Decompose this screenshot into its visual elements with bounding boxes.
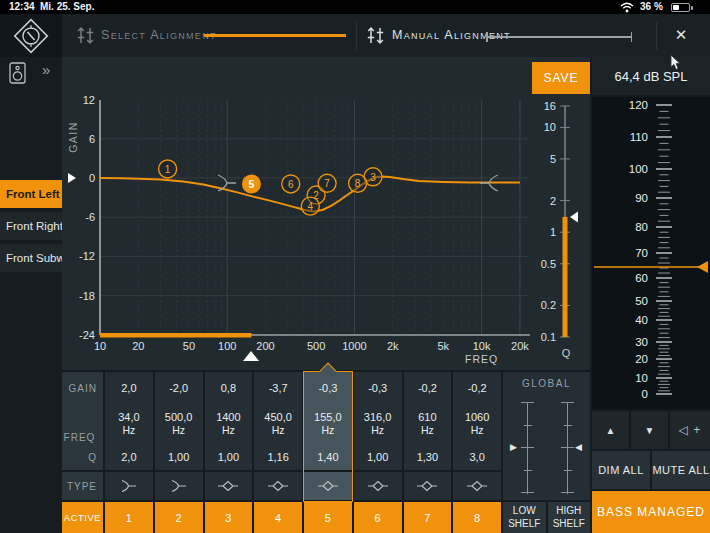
channel-front-right[interactable]: Front Right (0, 212, 62, 240)
level-meter[interactable]: 1201101009080706050403020100 (592, 97, 710, 409)
slider-pointer-right-icon[interactable]: ▶ (510, 442, 517, 452)
band-freq-value[interactable]: 500,0Hz (155, 404, 203, 444)
eq-chart-svg[interactable]: 1260-6-12-18-2410205010020050010002k5k10… (62, 57, 590, 370)
q-slider[interactable] (563, 217, 568, 337)
band-freq-value[interactable]: 450,0Hz (254, 404, 302, 444)
band-freq-value[interactable]: 34,0Hz (105, 404, 153, 444)
band-freq-value[interactable]: 1400Hz (205, 404, 253, 444)
expand-sidebar-icon[interactable]: » (42, 61, 49, 78)
band-freq-value[interactable]: 610Hz (404, 404, 452, 444)
close-button[interactable]: ✕ (664, 20, 698, 50)
filter-type-icon (414, 478, 440, 494)
channel-front-left[interactable]: Front Left (0, 180, 62, 208)
filter-type-icon (166, 478, 192, 494)
select-alignment-slider[interactable] (204, 34, 346, 37)
band-gain-value[interactable]: 0,8 (205, 372, 253, 404)
band-gain-value[interactable]: -0,2 (453, 372, 501, 404)
band-gain-value[interactable]: 2,0 (105, 372, 153, 404)
band-freq-value[interactable]: 1060Hz (453, 404, 501, 444)
slider-tick (564, 470, 572, 471)
bass-managed-button[interactable]: BASS MANAGED (592, 491, 710, 533)
band-q-value[interactable]: 1,00 (354, 444, 402, 470)
band-1-active-button[interactable]: 1 (105, 502, 153, 533)
band-6-type[interactable] (354, 472, 402, 500)
band-2-values[interactable]: -2,0 500,0Hz 1,00 (155, 372, 203, 470)
band-2-type[interactable] (155, 472, 203, 500)
select-alignment-label: Select Alignment (101, 28, 217, 42)
svg-text:-24: -24 (79, 329, 95, 341)
svg-text:0.1: 0.1 (541, 331, 556, 343)
svg-text:1: 1 (550, 226, 556, 238)
filter-type-icon (265, 478, 291, 494)
band-q-value[interactable]: 1,00 (205, 444, 253, 470)
band-8-type[interactable] (453, 472, 501, 500)
filter-type-icon (315, 478, 341, 494)
wifi-icon (620, 2, 634, 13)
svg-text:FREQ: FREQ (465, 353, 498, 365)
band-gain-value[interactable]: -3,7 (254, 372, 302, 404)
add-channel-button[interactable]: ◁ + (670, 411, 710, 449)
selected-band-freq-marker[interactable] (243, 351, 259, 361)
band-8-values[interactable]: -0,2 1060Hz 3,0 (453, 372, 501, 470)
battery-icon (671, 3, 690, 12)
channel-front-subwoofer[interactable]: Front Subwoofer (0, 244, 62, 272)
save-button[interactable]: SAVE (532, 62, 590, 94)
band-7-active-button[interactable]: 7 (404, 502, 452, 533)
band-q-value[interactable]: 3,0 (453, 444, 501, 470)
band-8-active-button[interactable]: 8 (453, 502, 501, 533)
band-gain-value[interactable]: -0,2 (404, 372, 452, 404)
band-freq-value[interactable]: 316,0Hz (354, 404, 402, 444)
manual-alignment-slider[interactable] (486, 36, 632, 38)
band-2-active-button[interactable]: 2 (155, 502, 203, 533)
band-gain-value[interactable]: -0,3 (354, 372, 402, 404)
svg-text:20: 20 (132, 340, 144, 352)
band-6-values[interactable]: -0,3 316,0Hz 1,00 (354, 372, 402, 470)
global-low-shelf-slider[interactable] (527, 402, 528, 494)
mute-all-button[interactable]: MUTE ALL (652, 451, 710, 489)
band-freq-value[interactable]: 155,0Hz (304, 404, 352, 444)
top-toolbar: Select Alignment Manual Alignment ✕ (0, 14, 710, 57)
band-3-values[interactable]: 0,8 1400Hz 1,00 (205, 372, 253, 470)
band-5-active-button[interactable]: 5 (304, 502, 352, 533)
q-pointer-icon (570, 211, 578, 222)
band-5-values[interactable]: -0,3 155,0Hz 1,40 (304, 372, 352, 470)
high-shelf-button[interactable]: HIGH SHELF (548, 502, 591, 533)
band-q-value[interactable]: 1,40 (304, 444, 352, 470)
svg-text:50: 50 (183, 340, 195, 352)
band-4-type[interactable] (254, 472, 302, 500)
band-5-type[interactable] (304, 472, 352, 500)
type-row-label: TYPE (62, 472, 103, 500)
level-down-button[interactable]: ▼ (631, 411, 668, 449)
svg-text:4: 4 (308, 201, 314, 212)
band-1-type[interactable] (105, 472, 153, 500)
svg-text:10: 10 (635, 372, 648, 384)
faders-icon (76, 26, 96, 45)
band-q-value[interactable]: 1,30 (404, 444, 452, 470)
global-high-shelf-slider[interactable] (567, 402, 568, 494)
dim-all-button[interactable]: DIM ALL (592, 451, 650, 489)
band-q-value[interactable]: 2,0 (105, 444, 153, 470)
band-gain-value[interactable]: -0,3 (304, 372, 352, 404)
svg-text:2k: 2k (387, 340, 399, 352)
band-q-value[interactable]: 1,16 (254, 444, 302, 470)
slider-tick (561, 447, 574, 448)
band-3-type[interactable] (205, 472, 253, 500)
svg-text:0.2: 0.2 (541, 299, 556, 311)
band-1-values[interactable]: 2,0 34,0Hz 2,0 (105, 372, 153, 470)
slider-pointer-left-icon[interactable]: ◀ (575, 442, 582, 452)
manual-alignment-label: Manual Alignment (392, 28, 511, 42)
low-shelf-button[interactable]: LOW SHELF (503, 502, 546, 533)
band-4-active-button[interactable]: 4 (254, 502, 302, 533)
band-q-value[interactable]: 1,00 (155, 444, 203, 470)
band-6-active-button[interactable]: 6 (354, 502, 402, 533)
band-3-active-button[interactable]: 3 (205, 502, 253, 533)
band-gain-value[interactable]: -2,0 (155, 372, 203, 404)
band-7-type[interactable] (404, 472, 452, 500)
slider-tick (524, 425, 532, 426)
speaker-icon[interactable] (9, 62, 26, 84)
band-4-values[interactable]: -3,7 450,0Hz 1,16 (254, 372, 302, 470)
band-7-values[interactable]: -0,2 610Hz 1,30 (404, 372, 452, 470)
svg-text:GAIN: GAIN (67, 121, 79, 153)
level-up-button[interactable]: ▲ (592, 411, 629, 449)
svg-text:5: 5 (248, 178, 254, 190)
